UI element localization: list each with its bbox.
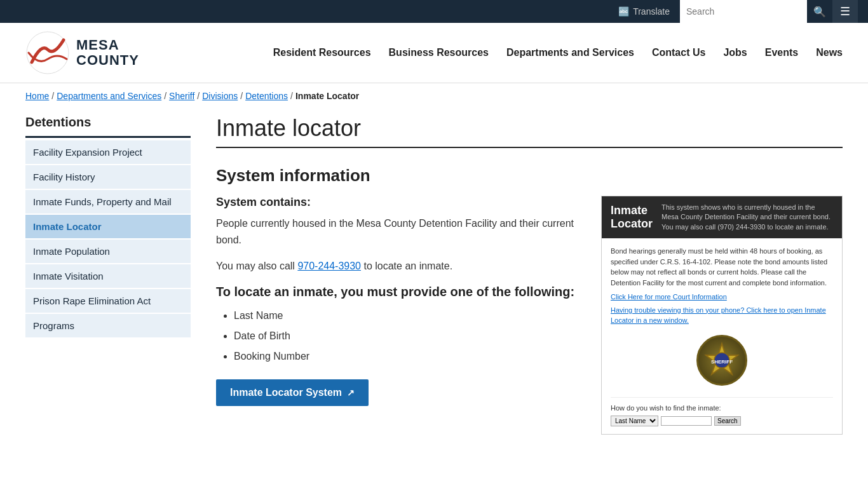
sidebar-item-inmate-population: Inmate Population bbox=[25, 240, 191, 263]
cta-button-label: Inmate Locator System bbox=[230, 387, 342, 398]
sidebar-item-prea: Prison Rape Elimination Act bbox=[25, 289, 191, 313]
bullet-list: Last Name Date of Birth Booking Number bbox=[216, 306, 582, 367]
sidebar-item-inmate-funds: Inmate Funds, Property and Mail bbox=[25, 190, 191, 214]
sidebar-link-prea[interactable]: Prison Rape Elimination Act bbox=[25, 289, 191, 313]
nav-contact-us[interactable]: Contact Us bbox=[652, 47, 705, 58]
page-layout: Detentions Facility Expansion Project Fa… bbox=[0, 109, 868, 460]
translate-icon: 🔤 bbox=[618, 6, 629, 17]
preview-search-button[interactable]: Search bbox=[714, 416, 741, 426]
preview-court-link[interactable]: Click Here for more Court Information bbox=[611, 292, 833, 302]
preview-phone-link[interactable]: Having trouble viewing this on your phon… bbox=[611, 305, 833, 326]
bullet-dob: Date of Birth bbox=[234, 326, 582, 346]
system-contains-label: System contains: bbox=[216, 196, 582, 209]
preview-badge: SHERIFF bbox=[611, 329, 833, 392]
top-bar: 🔤 Translate 🔍 ☰ bbox=[0, 0, 868, 23]
preview-header-title: Inmate Locator bbox=[611, 204, 653, 231]
nav-news[interactable]: News bbox=[816, 47, 843, 58]
search-input[interactable] bbox=[680, 0, 807, 23]
body-text-1: People currently housed in the Mesa Coun… bbox=[216, 215, 582, 248]
phone-link[interactable]: 970-244-3930 bbox=[297, 261, 361, 271]
page-title: Inmate locator bbox=[216, 115, 843, 142]
preview-search-controls: Last Name Search bbox=[611, 416, 833, 426]
main-nav: Resident Resources Business Resources De… bbox=[165, 47, 843, 58]
nav-resident-resources[interactable]: Resident Resources bbox=[273, 47, 371, 58]
bullet-booking: Booking Number bbox=[234, 346, 582, 367]
breadcrumb-sheriff[interactable]: Sheriff bbox=[169, 91, 194, 101]
sheriff-star: SHERIFF bbox=[703, 341, 741, 379]
preview-header-text: This system shows who is currently house… bbox=[661, 203, 833, 232]
translate-button[interactable]: 🔤 Translate bbox=[608, 6, 680, 17]
preview-panel: Inmate Locator This system shows who is … bbox=[601, 196, 843, 435]
svg-point-0 bbox=[27, 32, 69, 74]
sidebar-link-inmate-population[interactable]: Inmate Population bbox=[25, 240, 191, 263]
breadcrumb-sep-3: / bbox=[197, 91, 200, 101]
sheriff-badge: SHERIFF bbox=[696, 335, 747, 386]
external-link-icon: ↗ bbox=[347, 388, 355, 398]
preview-header: Inmate Locator This system shows who is … bbox=[602, 196, 842, 238]
logo-icon bbox=[25, 30, 70, 75]
translate-label: Translate bbox=[633, 6, 670, 17]
content-left: System contains: People currently housed… bbox=[216, 196, 582, 406]
breadcrumb-sep-4: / bbox=[240, 91, 243, 101]
mobile-menu-button[interactable]: ☰ bbox=[832, 0, 858, 23]
main-content: Inmate locator System information System… bbox=[216, 109, 843, 435]
preview-frame: Inmate Locator This system shows who is … bbox=[601, 196, 843, 435]
title-divider bbox=[216, 147, 843, 148]
sidebar-item-inmate-visitation: Inmate Visitation bbox=[25, 264, 191, 288]
nav-departments-services[interactable]: Departments and Services bbox=[506, 47, 634, 58]
breadcrumb-current: Inmate Locator bbox=[295, 91, 359, 101]
preview-body-text: Bond hearings generally must be held wit… bbox=[611, 246, 833, 288]
nav-jobs[interactable]: Jobs bbox=[723, 47, 747, 58]
bullet-last-name: Last Name bbox=[234, 306, 582, 326]
sidebar-link-inmate-locator[interactable]: Inmate Locator bbox=[25, 215, 191, 238]
breadcrumb-detentions[interactable]: Detentions bbox=[245, 91, 288, 101]
sidebar-link-facility-history[interactable]: Facility History bbox=[25, 165, 191, 189]
cta-button[interactable]: Inmate Locator System ↗ bbox=[216, 379, 369, 406]
breadcrumb-home[interactable]: Home bbox=[25, 91, 49, 101]
site-header: MESA COUNTY Resident Resources Business … bbox=[0, 23, 868, 83]
nav-events[interactable]: Events bbox=[765, 47, 798, 58]
preview-search-input[interactable] bbox=[661, 416, 712, 426]
sidebar-item-facility-history: Facility History bbox=[25, 165, 191, 189]
breadcrumb-sep-1: / bbox=[51, 91, 54, 101]
sidebar-nav: Facility Expansion Project Facility Hist… bbox=[25, 140, 191, 337]
site-logo[interactable]: MESA COUNTY bbox=[25, 30, 139, 75]
sidebar: Detentions Facility Expansion Project Fa… bbox=[25, 109, 191, 435]
breadcrumb-departments[interactable]: Departments and Services bbox=[57, 91, 161, 101]
nav-business-resources[interactable]: Business Resources bbox=[389, 47, 489, 58]
logo-text: MESA COUNTY bbox=[76, 37, 139, 68]
preview-search-select[interactable]: Last Name bbox=[611, 416, 658, 426]
sidebar-link-facility-expansion[interactable]: Facility Expansion Project bbox=[25, 140, 191, 164]
sidebar-item-programs: Programs bbox=[25, 314, 191, 337]
breadcrumb-sep-2: / bbox=[164, 91, 166, 101]
body-text-2: You may also call 970-244-3930 to locate… bbox=[216, 258, 582, 274]
sidebar-item-facility-expansion: Facility Expansion Project bbox=[25, 140, 191, 164]
sidebar-link-inmate-visitation[interactable]: Inmate Visitation bbox=[25, 264, 191, 288]
breadcrumb-divisions[interactable]: Divisions bbox=[202, 91, 238, 101]
sidebar-title: Detentions bbox=[25, 109, 191, 138]
search-bar: 🔍 bbox=[680, 0, 832, 23]
breadcrumb: Home / Departments and Services / Sherif… bbox=[0, 83, 868, 109]
breadcrumb-sep-5: / bbox=[290, 91, 293, 101]
sidebar-item-inmate-locator: Inmate Locator bbox=[25, 215, 191, 238]
sidebar-link-inmate-funds[interactable]: Inmate Funds, Property and Mail bbox=[25, 190, 191, 214]
sidebar-link-programs[interactable]: Programs bbox=[25, 314, 191, 337]
section-title: System information bbox=[216, 166, 843, 186]
content-and-preview: System contains: People currently housed… bbox=[216, 196, 843, 435]
svg-text:SHERIFF: SHERIFF bbox=[711, 359, 733, 365]
body-text-2-prefix: You may also call bbox=[216, 261, 297, 271]
preview-search-row: How do you wish to find the inmate: Last… bbox=[611, 397, 833, 427]
preview-search-label: How do you wish to find the inmate: bbox=[611, 404, 721, 412]
body-text-2-suffix: to locate an inmate. bbox=[361, 261, 452, 271]
locate-title: To locate an inmate, you must provide on… bbox=[216, 285, 582, 299]
preview-body: Bond hearings generally must be held wit… bbox=[602, 238, 842, 434]
search-submit-button[interactable]: 🔍 bbox=[807, 0, 832, 23]
